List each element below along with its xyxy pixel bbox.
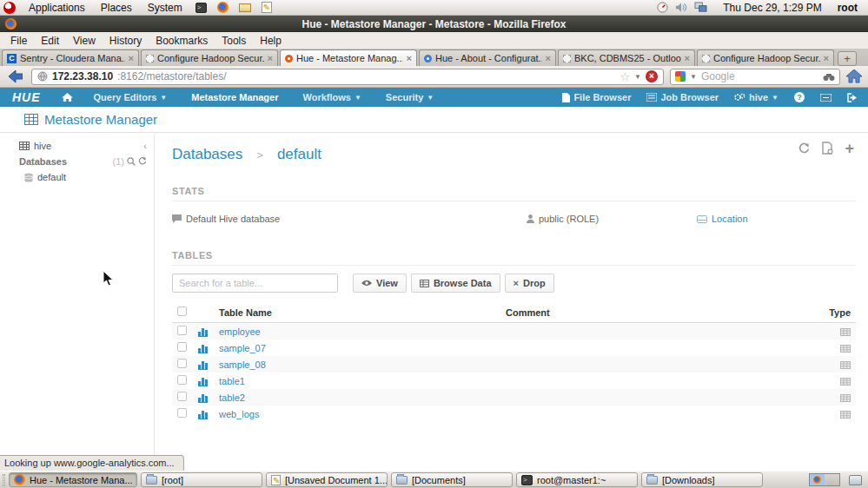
table-link[interactable]: table1	[214, 373, 500, 389]
menu-help[interactable]: Help	[253, 35, 288, 47]
menu-bookmarks[interactable]: Bookmarks	[149, 35, 215, 47]
row-checkbox[interactable]	[177, 326, 187, 335]
google-engine-icon[interactable]	[675, 71, 686, 82]
user-applet[interactable]: root	[838, 2, 861, 14]
taskbar-window-root[interactable]: [root]	[141, 472, 262, 487]
tab-close-icon[interactable]: ×	[407, 53, 412, 63]
table-row[interactable]: table1	[172, 373, 856, 389]
mail-launcher-icon[interactable]	[239, 3, 251, 12]
menu-edit[interactable]: Edit	[34, 35, 66, 47]
select-all-checkbox[interactable]	[177, 307, 187, 316]
tab-hue-metastore[interactable]: Hue - Metastore Manag... ×	[280, 49, 417, 66]
tab-hue-about[interactable]: Hue - About - Configurat... ×	[419, 49, 556, 66]
tab-close-icon[interactable]: ×	[824, 53, 829, 63]
applications-menu[interactable]: Applications	[21, 0, 93, 16]
stat-location-link[interactable]: Location	[697, 214, 748, 224]
browse-data-button[interactable]: Browse Data	[411, 274, 500, 293]
nav-security[interactable]: Security▼	[386, 92, 434, 102]
search-bar[interactable]: ▼ Google	[670, 69, 840, 85]
new-tab-button[interactable]: +	[838, 51, 857, 66]
breadcrumb-current[interactable]: default	[277, 146, 321, 163]
menu-tools[interactable]: Tools	[215, 35, 253, 47]
table-search-input[interactable]	[172, 274, 338, 293]
tab-configure-hadoop-1[interactable]: Configure Hadoop Secur... ×	[141, 49, 278, 66]
nav-workflows[interactable]: Workflows▼	[303, 92, 361, 102]
add-database-icon[interactable]: +	[845, 142, 854, 155]
nav-file-browser[interactable]: File Browser	[562, 92, 631, 102]
row-checkbox[interactable]	[177, 392, 187, 401]
refresh-icon[interactable]	[138, 157, 147, 166]
tab-sentry[interactable]: C Sentry - Cloudera Mana... ×	[2, 49, 139, 66]
tab-configure-hadoop-2[interactable]: Configure Hadoop Secur... ×	[697, 49, 834, 66]
breadcrumb-databases[interactable]: Databases	[172, 146, 242, 163]
taskbar-window-documents[interactable]: [Documents]	[391, 472, 513, 487]
workspace-2[interactable]	[825, 474, 839, 485]
refresh-icon[interactable]	[798, 142, 811, 155]
sidebar-item-default-db[interactable]: default	[0, 169, 154, 185]
distro-logo-icon[interactable]	[3, 2, 16, 14]
tab-close-icon[interactable]: ×	[268, 53, 273, 63]
tab-close-icon[interactable]: ×	[685, 53, 690, 63]
nav-query-editors[interactable]: Query Editors▼	[94, 92, 168, 102]
places-menu[interactable]: Places	[93, 0, 140, 16]
collapse-sidebar-icon[interactable]: ‹	[143, 141, 147, 151]
tab-close-icon[interactable]: ×	[129, 53, 134, 63]
editor-launcher-icon[interactable]	[262, 2, 272, 13]
stop-button[interactable]: ×	[646, 70, 658, 82]
search-icon[interactable]	[127, 157, 136, 166]
view-button[interactable]: View	[353, 274, 407, 293]
table-link[interactable]: table2	[214, 389, 500, 406]
table-row[interactable]: sample_08	[172, 356, 856, 373]
terminal-launcher-icon[interactable]	[195, 3, 207, 13]
row-checkbox[interactable]	[177, 375, 187, 385]
column-type[interactable]: Type	[821, 303, 856, 323]
tab-close-icon[interactable]: ×	[546, 53, 551, 63]
menu-history[interactable]: History	[103, 35, 149, 47]
network-icon[interactable]	[694, 2, 707, 13]
column-table-name[interactable]: Table Name	[214, 303, 500, 323]
taskbar-window-downloads[interactable]: [Downloads]	[641, 472, 763, 487]
hue-logo[interactable]: HUE	[12, 90, 41, 104]
table-link[interactable]: sample_08	[214, 356, 500, 373]
engine-dropdown-icon[interactable]: ▼	[690, 73, 697, 81]
row-checkbox[interactable]	[177, 408, 187, 418]
back-button[interactable]	[6, 68, 25, 85]
table-row[interactable]: sample_07	[172, 340, 856, 356]
table-row[interactable]: table2	[172, 389, 856, 406]
workspace-1[interactable]	[810, 474, 825, 485]
nav-user-hive[interactable]: hive▼	[734, 92, 779, 102]
bookmark-star-icon[interactable]: ☆	[620, 70, 630, 83]
drop-button[interactable]: × Drop	[505, 274, 554, 293]
row-checkbox[interactable]	[177, 342, 187, 352]
system-monitor-icon[interactable]	[657, 2, 668, 13]
nav-job-browser[interactable]: Job Browser	[646, 92, 719, 102]
sign-out-icon[interactable]	[847, 93, 858, 102]
volume-icon[interactable]	[675, 2, 687, 13]
tab-outlook[interactable]: BKC, CDBMS25 - Outloo... ×	[558, 49, 695, 66]
sidebar-source-hive[interactable]: hive ‹	[0, 138, 154, 154]
binoculars-icon[interactable]	[823, 72, 835, 82]
column-comment[interactable]: Comment	[500, 303, 821, 323]
taskbar-window-unsaved-doc[interactable]: [Unsaved Document 1...	[266, 472, 388, 487]
firefox-launcher-icon[interactable]	[217, 2, 229, 13]
table-link[interactable]: sample_07	[214, 340, 500, 356]
taskbar-window-hue[interactable]: Hue - Metastore Mana...	[9, 472, 137, 487]
nav-metastore-manager[interactable]: Metastore Manager	[191, 92, 278, 102]
menu-file[interactable]: File	[3, 35, 34, 47]
url-bar[interactable]: 172.23.38.10:8162/metastore/tables/ ☆ ▼ …	[31, 69, 664, 85]
home-button-icon[interactable]	[846, 69, 862, 83]
taskbar-window-terminal[interactable]: root@master1:~	[516, 472, 638, 487]
table-row[interactable]: employee	[172, 323, 856, 340]
clock[interactable]: Thu Dec 29, 1:29 PM	[714, 2, 830, 14]
workspace-switcher[interactable]	[809, 473, 840, 486]
help-icon[interactable]: ?	[794, 92, 805, 102]
url-dropdown-icon[interactable]: ▼	[634, 73, 641, 81]
menu-view[interactable]: View	[66, 35, 103, 47]
hue-home-button[interactable]	[62, 93, 73, 102]
trash-applet-icon[interactable]	[849, 475, 862, 485]
table-row[interactable]: web_logs	[172, 406, 856, 422]
import-document-icon[interactable]	[822, 142, 833, 155]
system-menu[interactable]: System	[140, 0, 190, 16]
table-link[interactable]: web_logs	[214, 406, 500, 422]
feedback-icon[interactable]	[820, 94, 832, 102]
